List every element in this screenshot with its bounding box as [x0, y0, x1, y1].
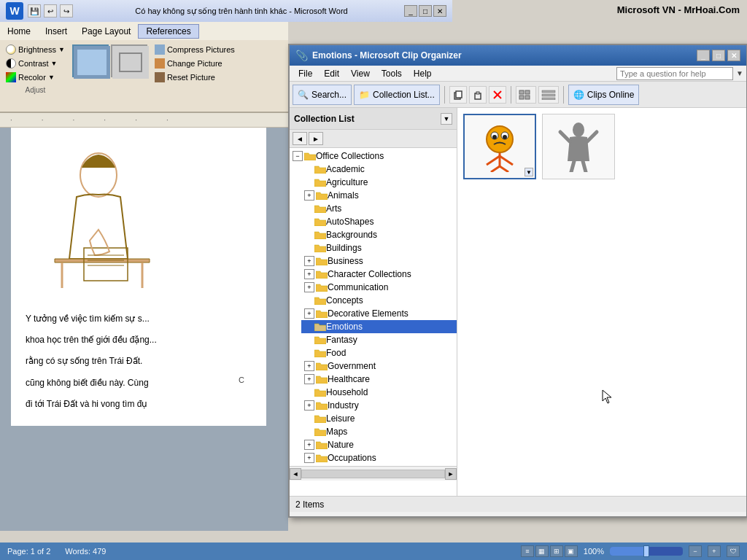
scroll-left-btn[interactable]: ◄: [290, 468, 301, 480]
tree-item-12[interactable]: Emotions: [301, 320, 457, 333]
view-btn-4[interactable]: ▣: [565, 545, 578, 557]
word-titlebar: W 💾 ↩ ↪ Có hay không sự sống trên hành t…: [0, 0, 452, 22]
tree-expand-2[interactable]: +: [304, 190, 314, 201]
clip-menu-view[interactable]: View: [345, 67, 376, 80]
clip-menu-help[interactable]: Help: [408, 67, 438, 80]
clip-copy-btn[interactable]: [449, 86, 467, 104]
tree-item-4[interactable]: AutoShapes: [301, 215, 457, 228]
change-picture-btn[interactable]: Change Picture: [152, 57, 238, 70]
tree-label-5: Backgrounds: [326, 230, 377, 240]
clip-delete-btn[interactable]: [489, 86, 506, 104]
tree-item-11[interactable]: + Decorative Elements: [301, 307, 457, 320]
tree-item-16[interactable]: + Healthcare: [301, 373, 457, 386]
clip-menu-tools[interactable]: Tools: [376, 67, 408, 80]
tree-expand-8[interactable]: +: [304, 269, 314, 279]
clip-collection-list-btn[interactable]: 📁 Collection List...: [354, 85, 440, 105]
tree-expand-office-collections[interactable]: −: [293, 151, 303, 161]
tree-container[interactable]: − Office Collections Academic: [290, 148, 457, 496]
view-btn-2[interactable]: ▦: [535, 545, 549, 557]
brightness-dropdown-icon: ▼: [58, 46, 65, 53]
thumb-dropdown-1[interactable]: ▼: [525, 168, 533, 176]
tree-back-btn[interactable]: ◄: [293, 132, 307, 145]
tree-scrollbar-h[interactable]: ◄ ►: [290, 466, 457, 481]
clip-close-btn[interactable]: ✕: [727, 50, 740, 61]
view-btn-3[interactable]: ⊞: [550, 545, 563, 557]
maximize-btn[interactable]: □: [419, 5, 432, 17]
tree-item-15[interactable]: + Government: [301, 359, 457, 373]
tree-item-10[interactable]: Concepts: [301, 294, 457, 307]
compress-btn[interactable]: Compress Pictures: [152, 43, 238, 56]
svg-rect-1: [77, 50, 107, 75]
tree-item-5[interactable]: Backgrounds: [301, 228, 457, 241]
minimize-btn[interactable]: _: [404, 5, 417, 17]
recolor-btn[interactable]: Recolor ▼: [3, 71, 68, 84]
clip-statusbar: 2 Items: [290, 496, 746, 512]
tree-expand-21[interactable]: +: [304, 440, 314, 450]
tree-item-9[interactable]: + Communication: [301, 281, 457, 294]
tree-item-20[interactable]: Maps: [301, 425, 457, 438]
clip-paste-btn[interactable]: [469, 86, 487, 104]
clip-search-btn[interactable]: 🔍 Search...: [293, 85, 352, 105]
tree-item-19[interactable]: Leisure: [301, 412, 457, 425]
tree-item-22[interactable]: + Occupations: [301, 451, 457, 464]
brightness-btn[interactable]: Brightness ▼: [3, 43, 68, 56]
view-btn-1[interactable]: ≡: [521, 545, 534, 557]
tree-item-2[interactable]: + Animals: [301, 189, 457, 202]
clip-minimize-btn[interactable]: _: [697, 50, 710, 61]
tree-item-8[interactable]: + Character Collections: [301, 268, 457, 281]
tree-expand-16[interactable]: +: [304, 374, 314, 384]
scroll-right-btn[interactable]: ►: [445, 468, 457, 480]
tree-expand-22[interactable]: +: [304, 453, 314, 463]
svg-rect-9: [456, 91, 462, 98]
tree-expand-7[interactable]: +: [304, 256, 314, 266]
tree-item-21[interactable]: + Nature: [301, 438, 457, 451]
clip-menu-edit[interactable]: Edit: [318, 67, 345, 80]
tree-item-6[interactable]: Buildings: [301, 241, 457, 254]
zoom-slider[interactable]: [610, 547, 683, 556]
menu-home[interactable]: Home: [0, 25, 38, 38]
clip-grid-view-btn[interactable]: [516, 86, 536, 104]
tree-expand-15[interactable]: +: [304, 361, 314, 371]
tree-item-1[interactable]: Agriculture: [301, 176, 457, 189]
tree-item-17[interactable]: Household: [301, 386, 457, 399]
clip-list-view-btn[interactable]: [538, 86, 559, 104]
redo-icon[interactable]: ↪: [60, 4, 73, 18]
paste-icon: [473, 90, 483, 100]
menu-page-layout[interactable]: Page Layout: [74, 25, 138, 38]
collection-dropdown-btn[interactable]: ▼: [441, 113, 452, 125]
tree-expand-11[interactable]: +: [304, 308, 314, 319]
folder-arts-icon: [314, 204, 326, 213]
tree-label-12: Emotions: [326, 322, 363, 332]
tree-item-14[interactable]: Food: [301, 346, 457, 359]
zoom-minus-btn[interactable]: −: [689, 545, 702, 557]
tree-item-18[interactable]: + Industry: [301, 399, 457, 412]
tree-item-office-collections[interactable]: − Office Collections: [290, 149, 457, 163]
zoom-plus-btn[interactable]: +: [708, 545, 721, 557]
tree-forward-btn[interactable]: ►: [309, 132, 323, 145]
menu-insert[interactable]: Insert: [38, 25, 74, 38]
picture-samples: [71, 43, 149, 79]
save-icon[interactable]: 💾: [28, 4, 41, 18]
tree-item-13[interactable]: Fantasy: [301, 333, 457, 346]
undo-icon[interactable]: ↩: [44, 4, 57, 18]
tree-item-3[interactable]: Arts: [301, 202, 457, 215]
word-window-controls: _ □ ✕: [404, 5, 446, 17]
doc-text-4: cũng không biết điều này. Cùng: [26, 376, 252, 390]
tree-expand-18[interactable]: +: [304, 400, 314, 411]
thumb-item-2[interactable]: [542, 114, 615, 179]
tree-item-0[interactable]: Academic: [301, 163, 457, 176]
close-btn[interactable]: ✕: [433, 5, 446, 17]
folder-leisure-icon: [314, 414, 326, 423]
doc-text-3: rằng có sự sống trên Trái Đất.: [26, 354, 252, 368]
clips-online-btn[interactable]: 🌐 Clips Online: [568, 85, 640, 105]
thumb-item-1[interactable]: ▼: [463, 114, 536, 179]
reset-picture-btn[interactable]: Reset Picture: [152, 71, 238, 84]
tree-expand-9[interactable]: +: [304, 282, 314, 292]
tree-item-7[interactable]: + Business: [301, 254, 457, 268]
clip-restore-btn[interactable]: □: [712, 50, 725, 61]
clip-help-input[interactable]: [616, 67, 733, 80]
help-dropdown-icon[interactable]: ▼: [736, 69, 743, 77]
contrast-btn[interactable]: Contrast ▼: [3, 57, 68, 70]
menu-references[interactable]: References: [138, 24, 198, 39]
clip-menu-file[interactable]: File: [293, 67, 318, 80]
